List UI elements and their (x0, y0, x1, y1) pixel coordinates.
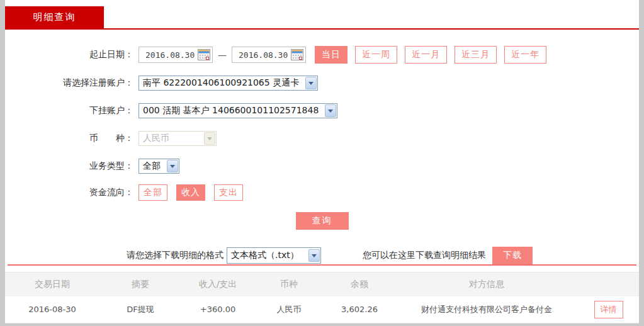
register-account-row: 请选择注册账户： 南平 6222001406100921065 灵通卡 (5, 76, 639, 91)
download-hint-text: 您可以在这里下载查询明细结果 (363, 250, 486, 261)
header-summary: 摘要 (99, 273, 181, 296)
fund-flow-row: 资金流向： 全部 收入 支出 (5, 184, 639, 201)
download-format-value: 文本格式（.txt） (231, 250, 305, 261)
currency-label: 币 种： (5, 133, 138, 144)
chevron-down-icon (204, 132, 215, 145)
results-table: 交易日期 摘要 收入/支出 币种 余额 对方信息 2016-08-30 DF提现… (5, 272, 639, 323)
table-separator-line (8, 264, 636, 266)
cell-amount: +360.00 (181, 296, 254, 323)
query-row: 查询 (5, 212, 639, 230)
start-date-field[interactable] (138, 47, 213, 63)
quick-range-quarter-button[interactable]: 近三月 (455, 46, 497, 64)
business-type-label: 业务类型： (5, 160, 138, 172)
business-type-value: 全部 (143, 160, 167, 172)
cell-action: 详情 (578, 296, 639, 323)
query-button[interactable]: 查询 (296, 212, 349, 230)
tab-label: 明细查询 (33, 11, 76, 23)
business-type-select[interactable]: 全部 (138, 159, 179, 174)
quick-range-month-button[interactable]: 近一月 (405, 46, 447, 64)
tab-detail-query[interactable]: 明细查询 (5, 6, 104, 28)
cell-counterparty: 财付通支付科技有限公司客户备付金 (395, 296, 578, 323)
quick-range-week-button[interactable]: 近一周 (355, 46, 397, 64)
calendar-icon[interactable] (291, 49, 303, 60)
date-range-dash: — (218, 50, 227, 60)
cell-currency: 人民币 (254, 296, 324, 323)
download-format-select[interactable]: 文本格式（.txt） (227, 247, 321, 264)
header-balance: 余额 (324, 273, 395, 296)
header-amount: 收入/支出 (181, 273, 254, 296)
main-panel: 明细查询 起止日期： — (5, 0, 639, 323)
detail-button[interactable]: 详情 (594, 301, 623, 318)
end-date-field[interactable] (232, 47, 306, 63)
header-currency: 币种 (254, 273, 324, 296)
sub-account-value: 000 活期 基本户 1406600101102571848 (143, 105, 325, 116)
register-account-select[interactable]: 南平 6222001406100921065 灵通卡 (138, 76, 318, 91)
fund-flow-all-button[interactable]: 全部 (138, 184, 167, 201)
date-range-label: 起止日期： (5, 49, 138, 60)
currency-value: 人民币 (143, 133, 176, 144)
cell-balance: 3,602.26 (324, 296, 395, 323)
quick-range-today-button[interactable]: 当日 (315, 46, 347, 64)
download-format-label: 请您选择下载明细的格式 (127, 250, 223, 261)
register-account-value: 南平 6222001406100921065 灵通卡 (143, 77, 305, 89)
sub-account-label: 下挂账户： (5, 105, 138, 116)
query-form: 起止日期： — (5, 30, 639, 264)
quick-range-year-button[interactable]: 近一年 (504, 46, 546, 64)
date-range-row: 起止日期： — (5, 46, 639, 64)
end-date-input[interactable] (239, 50, 288, 60)
download-button[interactable]: 下载 (492, 247, 533, 264)
start-date-input[interactable] (145, 50, 195, 60)
chevron-down-icon[interactable] (167, 160, 178, 172)
chevron-down-icon[interactable] (325, 104, 336, 117)
chevron-down-icon[interactable] (308, 249, 320, 262)
currency-row: 币 种： 人民币 (5, 131, 639, 146)
chevron-down-icon[interactable] (305, 77, 317, 89)
table-row: 2016-08-30 DF提现 +360.00 人民币 3,602.26 财付通… (5, 296, 639, 323)
calendar-icon[interactable] (198, 49, 210, 60)
currency-select: 人民币 (138, 131, 217, 146)
download-row: 请您选择下载明细的格式 文本格式（.txt） 您可以在这里下载查询明细结果 下载 (5, 247, 639, 264)
fund-flow-label: 资金流向： (5, 187, 138, 198)
cell-summary: DF提现 (99, 296, 181, 323)
sub-account-select[interactable]: 000 活期 基本户 1406600101102571848 (138, 103, 337, 118)
register-account-label: 请选择注册账户： (5, 77, 138, 89)
business-type-row: 业务类型： 全部 (5, 159, 639, 174)
header-counterparty: 对方信息 (395, 273, 578, 296)
fund-flow-income-button[interactable]: 收入 (176, 184, 205, 201)
table-header-row: 交易日期 摘要 收入/支出 币种 余额 对方信息 (5, 273, 639, 296)
sub-account-row: 下挂账户： 000 活期 基本户 1406600101102571848 (5, 103, 639, 118)
cell-trade-date: 2016-08-30 (5, 296, 99, 323)
header-trade-date: 交易日期 (5, 273, 99, 296)
fund-flow-expense-button[interactable]: 支出 (214, 184, 243, 201)
header-action (578, 273, 639, 296)
